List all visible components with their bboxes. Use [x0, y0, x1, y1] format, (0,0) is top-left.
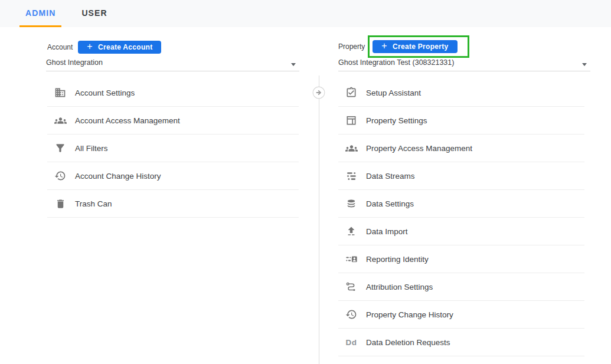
clipboard-check-icon: [345, 86, 358, 99]
menu-item-label: Property Settings: [366, 116, 427, 125]
data-deletion-icon: Dd: [345, 336, 358, 349]
property-menu-item-reporting-identity[interactable]: Reporting Identity: [338, 245, 584, 273]
property-menu-item-setup-assistant[interactable]: Setup Assistant: [338, 79, 584, 107]
account-menu-item-account-settings[interactable]: Account Settings: [47, 79, 299, 107]
dropdown-caret-icon: [291, 63, 296, 66]
account-label: Account: [47, 43, 73, 51]
admin-user-tab-bar: ADMIN USER: [0, 0, 611, 27]
layout-icon: [345, 114, 358, 127]
create-account-button[interactable]: + Create Account: [78, 41, 161, 54]
property-header: Property + Create Property: [338, 35, 469, 58]
property-menu-item-property-access-management[interactable]: Property Access Management: [338, 135, 584, 162]
create-account-label: Create Account: [98, 43, 152, 51]
groups-icon: [54, 114, 67, 127]
property-menu-item-attribution-settings[interactable]: Attribution Settings: [338, 273, 584, 301]
property-menu-item-property-change-history[interactable]: Property Change History: [338, 301, 584, 329]
create-property-button[interactable]: + Create Property: [373, 40, 457, 53]
menu-item-label: Property Access Management: [366, 144, 472, 153]
database-icon: [345, 197, 358, 210]
highlight-annotation-box: + Create Property: [368, 35, 469, 58]
account-menu: Account SettingsAccount Access Managemen…: [47, 79, 299, 218]
create-property-label: Create Property: [393, 42, 449, 51]
property-menu: Setup AssistantProperty SettingsProperty…: [338, 79, 584, 356]
filter-icon: [54, 142, 67, 155]
menu-item-label: All Filters: [75, 144, 108, 153]
property-menu-item-data-streams[interactable]: Data Streams: [338, 162, 584, 190]
building-icon: [54, 86, 67, 99]
menu-item-label: Data Settings: [366, 199, 414, 208]
dropdown-caret-icon: [582, 63, 587, 66]
account-menu-item-account-access-management[interactable]: Account Access Management: [47, 107, 299, 135]
menu-item-label: Attribution Settings: [366, 283, 433, 291]
panel-divider: [319, 76, 319, 364]
menu-item-label: Data Deletion Requests: [366, 338, 450, 347]
menu-item-label: Reporting Identity: [366, 255, 429, 264]
plus-icon: +: [87, 42, 93, 51]
property-menu-item-data-import[interactable]: Data Import: [338, 218, 584, 245]
history-icon: [54, 169, 67, 182]
menu-item-label: Account Change History: [75, 172, 161, 181]
identity-badge-icon: [345, 252, 358, 265]
menu-item-label: Data Streams: [366, 172, 415, 181]
property-menu-item-data-settings[interactable]: Data Settings: [338, 190, 584, 218]
data-streams-icon: [345, 169, 358, 182]
account-menu-item-trash-can[interactable]: Trash Can: [47, 190, 299, 218]
property-label: Property: [338, 42, 365, 51]
account-menu-item-all-filters[interactable]: All Filters: [47, 135, 299, 162]
menu-item-label: Account Access Management: [75, 116, 180, 125]
tab-user[interactable]: USER: [76, 0, 113, 27]
attribution-path-icon: [345, 280, 358, 293]
tab-admin[interactable]: ADMIN: [19, 0, 61, 27]
account-selector-dropdown[interactable]: Ghost Integration: [46, 58, 299, 71]
property-menu-item-data-deletion-requests[interactable]: DdData Deletion Requests: [338, 329, 584, 356]
trash-icon: [54, 197, 67, 210]
groups-icon: [345, 142, 358, 155]
account-selector-value: Ghost Integration: [46, 58, 103, 67]
property-menu-item-property-settings[interactable]: Property Settings: [338, 107, 584, 135]
menu-item-label: Data Import: [366, 227, 408, 236]
property-selector-dropdown[interactable]: Ghost Integration Test (308321331): [338, 58, 590, 71]
collapse-account-panel-button[interactable]: [312, 86, 325, 99]
history-icon: [345, 308, 358, 321]
menu-item-label: Setup Assistant: [366, 88, 421, 97]
right-arrow-icon: [312, 86, 325, 99]
account-menu-item-account-change-history[interactable]: Account Change History: [47, 162, 299, 190]
account-header: Account + Create Account: [47, 41, 161, 54]
menu-item-label: Trash Can: [75, 199, 112, 208]
menu-item-label: Property Change History: [366, 310, 453, 319]
upload-icon: [345, 225, 358, 238]
plus-icon: +: [381, 41, 387, 51]
property-selector-value: Ghost Integration Test (308321331): [338, 58, 454, 67]
menu-item-label: Account Settings: [75, 88, 135, 97]
